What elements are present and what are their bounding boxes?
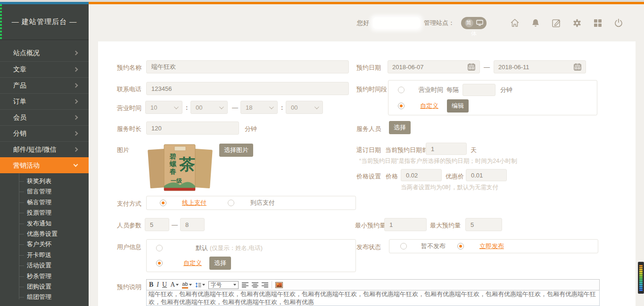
sidebar-item-orders[interactable]: 订单 <box>0 93 89 109</box>
sidebar-item-mail-sms-wechat[interactable]: 邮件/短信/微信 <box>0 141 89 157</box>
choose-image-button[interactable]: 选择图片 <box>219 144 253 157</box>
sidebar-item-marketing[interactable]: 营销活动 <box>0 157 89 173</box>
chevron-right-icon <box>74 83 78 88</box>
italic-icon[interactable]: I <box>157 282 159 288</box>
user-custom-label[interactable]: 自定义 <box>183 259 202 267</box>
apps-grid-icon[interactable] <box>593 18 603 28</box>
user-default-label[interactable]: 默认 <box>196 244 208 252</box>
people-min-input[interactable] <box>145 218 169 231</box>
hour-to-select[interactable]: 18 <box>240 101 278 114</box>
phone-input[interactable] <box>146 82 349 95</box>
field-label-phone: 联系电话 <box>117 85 141 94</box>
timeslot-custom-label[interactable]: 自定义 <box>420 102 438 110</box>
field-label-price-settings: 价格设置 <box>356 172 381 181</box>
minute-from-select[interactable]: 00 <box>190 101 228 114</box>
min-qty-input[interactable] <box>384 218 427 231</box>
sidebar-item-site-overview[interactable]: 站点概况 <box>0 45 89 61</box>
submenu-item-seckill-mgmt[interactable]: 秒杀管理 <box>0 271 89 282</box>
date-from-input[interactable]: 2018-06-07 <box>388 60 480 73</box>
align-left-icon[interactable] <box>242 282 248 288</box>
publish-now-radio[interactable] <box>457 243 464 250</box>
online-pay-label[interactable]: 线上支付 <box>182 199 206 207</box>
edit-icon[interactable] <box>552 18 561 28</box>
time-colon: : <box>186 104 188 111</box>
submenu-item-customer-care[interactable]: 客户关怀 <box>0 239 89 250</box>
hour-from-select[interactable]: 10 <box>145 101 182 114</box>
user-default-radio[interactable] <box>156 245 163 251</box>
underline-icon[interactable]: U <box>162 282 167 288</box>
align-right-icon[interactable] <box>262 282 268 288</box>
timeslot-every-label: 每隔 <box>446 86 459 94</box>
submenu-item-card-gift[interactable]: 开卡即送 <box>0 250 89 260</box>
discount-input[interactable] <box>466 169 507 181</box>
submenu-item-publish-notice[interactable]: 发布通知 <box>0 218 89 229</box>
sidebar-item-products[interactable]: 产品 <box>0 77 89 93</box>
submenu-item-changyan-mgmt[interactable]: 畅言管理 <box>0 197 89 208</box>
minute-to-select[interactable]: 00 <box>286 101 323 114</box>
power-icon[interactable] <box>614 18 623 28</box>
date-to-input[interactable]: 2018-06-11 <box>494 60 586 73</box>
toolbar-separator <box>272 281 272 289</box>
svg-text:茶: 茶 <box>179 155 195 173</box>
redacted-username <box>373 17 420 29</box>
price-input[interactable] <box>401 169 442 181</box>
topbar: 您好 管理站点： 简 体 <box>89 4 644 41</box>
submenu-item-team-mgmt[interactable]: 组团管理 <box>0 292 89 302</box>
max-qty-input[interactable] <box>465 218 502 231</box>
staff-choose-button[interactable]: 选择 <box>389 121 411 134</box>
cancel-days-unit: 天 <box>471 146 477 154</box>
submenu-item-group-buy[interactable]: 团购设置 <box>0 282 89 292</box>
font-color-icon[interactable]: A <box>170 282 179 288</box>
scroll-marker-widget[interactable] <box>638 262 644 294</box>
cancel-days-input[interactable] <box>426 143 467 155</box>
publish-now-label[interactable]: 立即发布 <box>479 242 504 250</box>
sidebar-item-members[interactable]: 会员 <box>0 109 89 125</box>
highlight-icon[interactable]: ab <box>182 281 191 288</box>
submenu-item-coupon-settings[interactable]: 优惠券设置 <box>0 229 89 239</box>
gear-icon[interactable] <box>572 18 582 28</box>
bell-icon[interactable] <box>531 18 540 28</box>
chevron-down-icon <box>176 284 179 286</box>
people-max-input[interactable] <box>180 218 205 231</box>
timeslot-biz-label[interactable]: 营业时间 <box>419 86 443 94</box>
publish-later-label[interactable]: 暂不发布 <box>421 242 446 250</box>
publish-later-radio[interactable] <box>400 243 407 250</box>
submenu-item-vote-mgmt[interactable]: 投票管理 <box>0 208 89 218</box>
submenu-item-message-mgmt[interactable]: 留言管理 <box>0 186 89 197</box>
font-size-select[interactable]: 字号 <box>208 281 239 289</box>
user-default-hint: (仅显示：姓名,电话) <box>210 244 263 252</box>
home-icon[interactable] <box>510 18 520 28</box>
calendar-icon <box>574 63 581 71</box>
chevron-right-icon <box>74 99 78 104</box>
sidebar-item-distribution[interactable]: 分销 <box>0 125 89 141</box>
reservation-form-card: 预约名称 联系电话 营业时间 10 : 00 — 18 : 00 服务时长 分钟… <box>98 41 636 306</box>
bold-icon[interactable]: B <box>149 282 153 288</box>
language-switcher: 简 体 <box>461 17 487 29</box>
svg-text:碧: 碧 <box>169 153 176 160</box>
insert-image-icon[interactable] <box>275 282 283 288</box>
timeslot-custom-radio[interactable] <box>398 103 405 109</box>
language-pill-button[interactable]: 简 <box>461 17 487 29</box>
editor-content[interactable]: 端午狂欢，包厢有优惠端午狂欢，包厢有优惠端午狂欢，包厢有优惠端午狂欢，包厢有优惠… <box>146 290 600 306</box>
user-custom-radio[interactable] <box>156 260 163 266</box>
chevron-down-icon <box>233 284 236 286</box>
submenu-item-award-list[interactable]: 获奖列表 <box>0 176 89 186</box>
timeslot-box: 营业时间 每隔 分钟 自定义 编辑 <box>388 80 597 115</box>
field-label-biz-hours: 营业时间 <box>117 104 141 113</box>
instore-pay-radio[interactable] <box>228 200 234 206</box>
timeslot-interval-input[interactable] <box>462 84 495 96</box>
res-name-input[interactable] <box>146 60 349 73</box>
timeslot-edit-button[interactable]: 编辑 <box>447 99 469 113</box>
online-pay-radio[interactable] <box>160 200 166 206</box>
discount-label: 优惠价 <box>446 172 464 181</box>
field-label-staff: 服务人员 <box>356 125 381 133</box>
duration-input[interactable] <box>146 121 239 135</box>
align-center-icon[interactable] <box>252 282 258 288</box>
line-height-icon[interactable] <box>195 282 205 288</box>
submenu-item-activity-settings[interactable]: 活动设置 <box>0 260 89 271</box>
sidebar-item-articles[interactable]: 文章 <box>0 61 89 77</box>
instore-pay-label[interactable]: 到店支付 <box>250 199 275 207</box>
monitor-icon <box>476 20 483 26</box>
user-choose-button[interactable]: 选择 <box>209 257 231 270</box>
timeslot-biz-radio[interactable] <box>398 87 405 93</box>
